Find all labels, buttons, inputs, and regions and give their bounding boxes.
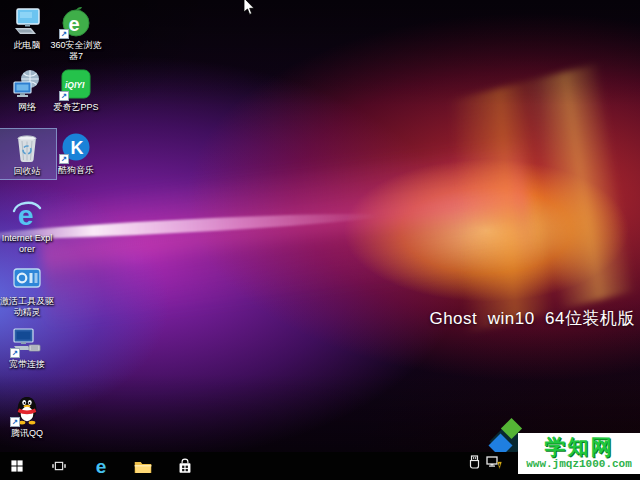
icon-label: 回收站 xyxy=(14,166,41,177)
360-browser-icon: e ↗ xyxy=(60,6,92,38)
icon-label: 网络 xyxy=(18,102,36,113)
recycle-bin-icon xyxy=(11,132,43,164)
usb-device-icon[interactable] xyxy=(468,455,481,474)
edge-browser-button[interactable]: e xyxy=(86,452,116,480)
icon-label: 腾讯QQ xyxy=(11,428,43,439)
shortcut-arrow-icon: ↗ xyxy=(59,91,69,101)
icon-label: 爱奇艺PPS xyxy=(53,102,98,113)
network-icon xyxy=(11,68,43,100)
store-icon xyxy=(177,458,193,475)
shortcut-arrow-icon: ↗ xyxy=(59,29,69,39)
icon-label: 激活工具及驱动精灵 xyxy=(0,296,54,318)
icon-label: 360安全浏览器7 xyxy=(47,40,105,62)
icon-label: 此电脑 xyxy=(14,40,41,51)
broadband-connection-icon: ↗ xyxy=(11,325,43,357)
shortcut-arrow-icon: ↗ xyxy=(59,154,69,164)
store-button[interactable] xyxy=(170,452,200,480)
icon-label: 酷狗音乐 xyxy=(58,165,94,176)
file-explorer-button[interactable] xyxy=(128,452,158,480)
desktop-icon-internet-explorer[interactable]: e Internet Explorer xyxy=(0,199,54,255)
desktop-icon-iqiyi-pps[interactable]: iQIYI ↗ 爱奇艺PPS xyxy=(47,68,105,113)
svg-text:e: e xyxy=(69,13,80,35)
desktop-icon-this-pc[interactable]: 此电脑 xyxy=(0,6,54,51)
internet-explorer-icon: e xyxy=(11,199,43,231)
desktop-screen: Ghost win10 64位装机版 此电脑 网络 xyxy=(0,0,640,480)
system-tray xyxy=(468,455,502,474)
shortcut-arrow-icon: ↗ xyxy=(10,348,20,358)
qq-penguin-icon: ↗ xyxy=(11,394,43,426)
this-pc-icon xyxy=(11,6,43,38)
task-view-button[interactable] xyxy=(44,452,74,480)
watermark-site-name: 学知网 xyxy=(545,436,614,458)
start-button[interactable] xyxy=(2,452,32,480)
desktop-icon-broadband[interactable]: ↗ 宽带连接 xyxy=(0,325,54,370)
iqiyi-pps-icon: iQIYI ↗ xyxy=(60,68,92,100)
icon-label: 宽带连接 xyxy=(9,359,45,370)
kugou-music-icon: K ↗ xyxy=(60,131,92,163)
icon-label: Internet Explorer xyxy=(0,233,54,255)
desktop-icon-kugou-music[interactable]: K ↗ 酷狗音乐 xyxy=(47,131,105,176)
mouse-cursor xyxy=(242,0,255,20)
watermark-box: 学知网 www.jmqz1000.com xyxy=(518,433,640,474)
desktop-icon-activation-tools[interactable]: 激活工具及驱动精灵 xyxy=(0,262,54,318)
iqiyi-logo-text: iQIYI xyxy=(65,80,85,90)
shortcut-arrow-icon: ↗ xyxy=(10,417,20,427)
network-warning-icon[interactable] xyxy=(486,455,502,474)
wallpaper-edition-text: Ghost win10 64位装机版 xyxy=(429,307,635,330)
file-explorer-icon xyxy=(134,459,152,474)
windows-logo-icon xyxy=(10,459,24,473)
desktop-icon-network[interactable]: 网络 xyxy=(0,68,54,113)
desktop-icon-360-browser[interactable]: e ↗ 360安全浏览器7 xyxy=(47,6,105,62)
svg-text:K: K xyxy=(71,138,84,158)
task-view-icon xyxy=(51,459,67,473)
edge-icon: e xyxy=(96,457,107,476)
activation-tools-icon xyxy=(11,262,43,294)
desktop-icon-tencent-qq[interactable]: ↗ 腾讯QQ xyxy=(0,394,54,439)
watermark-site-url: www.jmqz1000.com xyxy=(526,458,632,471)
